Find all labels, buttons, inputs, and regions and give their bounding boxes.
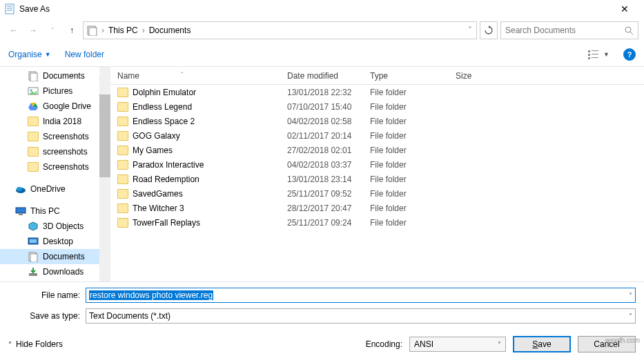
sidebar-item[interactable]: Pictures📌	[0, 83, 110, 99]
view-icon	[588, 50, 601, 59]
sidebar-item[interactable]: Documents	[0, 249, 110, 264]
watermark: wsxdh.com	[605, 337, 640, 344]
chevron-down-icon[interactable]: ˅	[629, 312, 632, 320]
file-date: 04/02/2018 02:58	[287, 117, 370, 126]
file-name: My Games	[133, 146, 173, 155]
thispc-icon	[15, 206, 26, 217]
sidebar-item[interactable]: India 2018	[0, 114, 110, 129]
svg-rect-25	[30, 254, 37, 262]
back-button[interactable]: ←	[6, 22, 22, 39]
file-list: Name ˆ Date modified Type Size Dolphin E…	[110, 67, 644, 281]
column-type[interactable]: Type	[370, 71, 456, 81]
file-date: 25/11/2017 09:52	[287, 189, 370, 199]
sort-indicator: ˆ	[181, 72, 183, 79]
sidebar-item[interactable]: Desktop	[0, 234, 110, 249]
search-input[interactable]	[505, 26, 624, 35]
column-headers: Name ˆ Date modified Type Size	[110, 67, 644, 85]
sidebar-item[interactable]: Downloads	[0, 264, 110, 279]
hide-folders-button[interactable]: ˄ Hide Folders	[8, 339, 63, 349]
folder-icon	[28, 146, 39, 157]
file-name: TowerFall Replays	[133, 218, 200, 228]
up-button[interactable]: ↑	[64, 22, 80, 39]
sidebar-item[interactable]: Screenshots	[0, 159, 110, 175]
scrollbar-thumb[interactable]	[99, 95, 110, 177]
folder-icon	[117, 189, 128, 199]
folder-icon	[117, 131, 128, 141]
breadcrumb-root[interactable]: This PC	[108, 26, 138, 35]
table-row[interactable]: Road Redemption13/01/2018 23:14File fold…	[110, 172, 644, 186]
column-name[interactable]: Name ˆ	[110, 71, 287, 81]
file-type: File folder	[370, 102, 456, 112]
table-row[interactable]: My Games27/02/2018 02:01File folder	[110, 143, 644, 157]
refresh-button[interactable]	[480, 21, 498, 39]
svg-rect-9	[592, 50, 598, 51]
file-date: 13/01/2018 23:14	[287, 175, 370, 184]
sidebar-scrollbar[interactable]	[99, 67, 110, 281]
chevron-down-icon[interactable]: ˅	[629, 292, 632, 299]
svg-rect-12	[588, 57, 590, 59]
table-row[interactable]: Paradox Interactive04/02/2018 03:37File …	[110, 157, 644, 172]
column-size[interactable]: Size	[456, 71, 511, 81]
filename-input[interactable]: restore windows photo viewer.reg ˅	[86, 288, 636, 303]
svg-point-6	[625, 27, 631, 32]
sidebar-item[interactable]: Google Drive📌	[0, 99, 110, 114]
help-button[interactable]: ?	[623, 48, 636, 61]
new-folder-button[interactable]: New folder	[65, 50, 104, 59]
sidebar-item[interactable]: 3D Objects	[0, 219, 110, 234]
table-row[interactable]: SavedGames25/11/2017 09:52File folder	[110, 186, 644, 201]
table-row[interactable]: Dolphin Emulator13/01/2018 22:32File fol…	[110, 85, 644, 99]
file-type: File folder	[370, 203, 456, 213]
save-button[interactable]: Save	[513, 336, 571, 352]
sidebar-label: Desktop	[43, 237, 73, 246]
column-date[interactable]: Date modified	[287, 71, 370, 81]
main-area: Documents📌Pictures📌Google Drive📌India 20…	[0, 66, 644, 281]
close-button[interactable]: ✕	[609, 3, 640, 14]
sidebar-item[interactable]: This PC	[0, 203, 110, 219]
svg-rect-21	[19, 214, 23, 215]
file-type: File folder	[370, 160, 456, 170]
gdrive-icon	[28, 101, 39, 112]
recent-dropdown[interactable]: ˅	[44, 22, 61, 39]
view-options-button[interactable]: ▼	[588, 50, 609, 59]
chevron-down-icon[interactable]: ˅	[498, 341, 501, 348]
file-name: SavedGames	[133, 189, 183, 199]
savetype-combo[interactable]: Text Documents (*.txt) ˅	[86, 308, 636, 324]
chevron-up-icon: ˄	[8, 341, 12, 348]
chevron-right-icon[interactable]: ›	[141, 26, 146, 35]
forward-button[interactable]: →	[25, 22, 41, 39]
table-row[interactable]: The Witcher 328/12/2017 20:47File folder	[110, 201, 644, 215]
table-row[interactable]: Endless Space 204/02/2018 02:58File fold…	[110, 114, 644, 128]
encoding-combo[interactable]: ANSI ˅	[409, 337, 506, 352]
svg-rect-8	[588, 50, 590, 52]
address-bar[interactable]: › This PC › Documents ˅	[83, 21, 477, 39]
sidebar-label: This PC	[30, 206, 60, 216]
svg-rect-23	[30, 239, 37, 243]
svg-point-19	[17, 187, 22, 191]
sidebar-label: Pictures	[43, 86, 72, 96]
file-date: 13/01/2018 22:32	[287, 88, 370, 97]
chevron-right-icon[interactable]: ›	[100, 26, 106, 35]
sidebar-label: Screenshots	[43, 162, 89, 172]
table-row[interactable]: TowerFall Replays25/11/2017 09:24File fo…	[110, 215, 644, 230]
folder-icon	[28, 161, 39, 172]
savetype-label: Save as type:	[8, 311, 86, 321]
search-box[interactable]	[500, 21, 638, 39]
file-type: File folder	[370, 146, 456, 155]
desk-icon	[28, 236, 39, 247]
sidebar-item[interactable]: screenshots	[0, 144, 110, 159]
table-row[interactable]: Endless Legend07/10/2017 15:40File folde…	[110, 99, 644, 114]
sidebar-item[interactable]: Documents📌	[0, 68, 110, 83]
file-type: File folder	[370, 218, 456, 228]
organise-button[interactable]: Organise ▼	[8, 50, 51, 59]
sidebar-label: screenshots	[43, 147, 88, 157]
sidebar-item[interactable]: OneDrive	[0, 181, 110, 197]
folder-icon	[117, 160, 128, 170]
sidebar-item[interactable]: Screenshots	[0, 129, 110, 144]
sidebar-label: India 2018	[43, 117, 81, 126]
sidebar-label: Documents	[43, 252, 85, 261]
folder-icon	[117, 218, 128, 228]
svg-point-17	[30, 90, 32, 92]
breadcrumb-folder[interactable]: Documents	[149, 26, 191, 35]
address-dropdown[interactable]: ˅	[467, 26, 474, 35]
table-row[interactable]: GOG Galaxy02/11/2017 20:14File folder	[110, 128, 644, 143]
